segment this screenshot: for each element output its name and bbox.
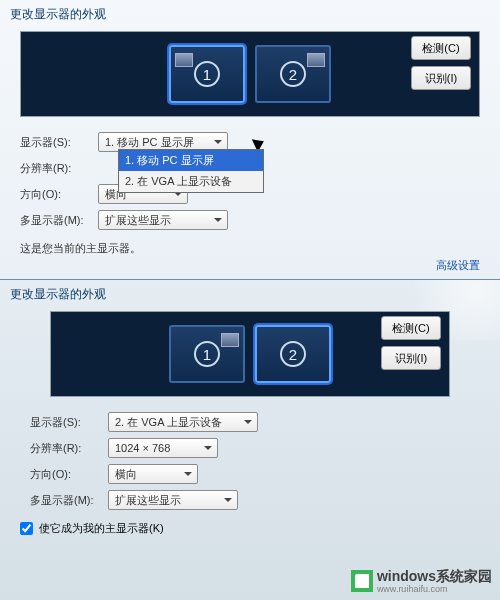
orientation-label: 方向(O): — [20, 187, 98, 202]
multi-display-label: 多显示器(M): — [20, 213, 98, 228]
display-combo-value: 2. 在 VGA 上显示设备 — [115, 415, 222, 430]
monitor-content-icon — [307, 53, 325, 67]
resolution-label: 分辨率(R): — [20, 161, 98, 176]
multi-display-combo[interactable]: 扩展这些显示 — [98, 210, 228, 230]
monitor-number: 1 — [194, 61, 220, 87]
display-option-2[interactable]: 2. 在 VGA 上显示设备 — [119, 171, 263, 192]
detect-button[interactable]: 检测(C) — [381, 316, 441, 340]
watermark-suffix: 系统家园 — [436, 568, 492, 584]
monitor-thumbnail-2[interactable]: 2 — [255, 325, 331, 383]
panel-title: 更改显示器的外观 — [0, 0, 500, 27]
display-dropdown-list: 1. 移动 PC 显示屏 2. 在 VGA 上显示设备 — [118, 149, 264, 193]
display-settings-panel-2: 更改显示器的外观 1 2 检测(C) 识别(I) 显示器(S): 2. 在 VG… — [0, 280, 500, 600]
orientation-label: 方向(O): — [30, 467, 108, 482]
watermark: windows系统家园 www.ruihaifu.com — [351, 567, 492, 594]
watermark-brand: windows — [377, 568, 436, 584]
panel-title: 更改显示器的外观 — [0, 280, 500, 307]
advanced-settings-link[interactable]: 高级设置 — [436, 258, 480, 273]
detect-button[interactable]: 检测(C) — [411, 36, 471, 60]
monitor-content-icon — [175, 53, 193, 67]
multi-display-label: 多显示器(M): — [30, 493, 108, 508]
display-combo[interactable]: 2. 在 VGA 上显示设备 — [108, 412, 258, 432]
watermark-logo-icon — [351, 570, 373, 592]
display-option-1[interactable]: 1. 移动 PC 显示屏 — [119, 150, 263, 171]
resolution-combo[interactable]: 1024 × 768 — [108, 438, 218, 458]
primary-display-note: 这是您当前的主显示器。 — [0, 237, 500, 260]
monitor-preview-area: 1 2 检测(C) 识别(I) — [50, 311, 450, 397]
orientation-combo[interactable]: 横向 — [108, 464, 198, 484]
monitor-thumbnail-1[interactable]: 1 — [169, 325, 245, 383]
monitor-thumbnail-2[interactable]: 2 — [255, 45, 331, 103]
monitor-number: 2 — [280, 61, 306, 87]
identify-button[interactable]: 识别(I) — [381, 346, 441, 370]
display-label: 显示器(S): — [20, 135, 98, 150]
multi-display-combo-value: 扩展这些显示 — [115, 493, 181, 508]
display-settings-panel-1: 更改显示器的外观 1 2 检测(C) 识别(I) 显示器(S): 1. 移动 P… — [0, 0, 500, 280]
resolution-label: 分辨率(R): — [30, 441, 108, 456]
multi-display-combo[interactable]: 扩展这些显示 — [108, 490, 238, 510]
make-primary-label: 使它成为我的主显示器(K) — [39, 521, 164, 536]
monitor-thumbnail-1[interactable]: 1 — [169, 45, 245, 103]
monitor-content-icon — [221, 333, 239, 347]
monitor-number: 2 — [280, 341, 306, 367]
display-label: 显示器(S): — [30, 415, 108, 430]
resolution-combo-value: 1024 × 768 — [115, 442, 170, 454]
watermark-url: www.ruihaifu.com — [377, 584, 492, 594]
display-combo-value: 1. 移动 PC 显示屏 — [105, 135, 194, 150]
orientation-combo-value: 横向 — [115, 467, 137, 482]
monitor-number: 1 — [194, 341, 220, 367]
monitor-preview-area: 1 2 检测(C) 识别(I) — [20, 31, 480, 117]
multi-display-combo-value: 扩展这些显示 — [105, 213, 171, 228]
identify-button[interactable]: 识别(I) — [411, 66, 471, 90]
make-primary-checkbox[interactable] — [20, 522, 33, 535]
